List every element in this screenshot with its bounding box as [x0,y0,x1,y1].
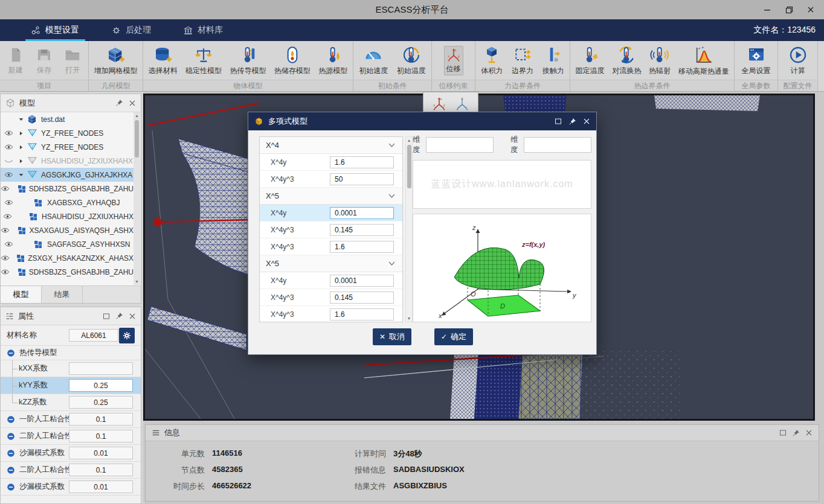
toolbar-button-热源模型[interactable]: 热源模型 [317,44,349,77]
property-value-input[interactable] [69,464,133,476]
nav-tab-材料库[interactable]: 材料库 [175,19,231,41]
collapse-icon[interactable] [7,483,15,491]
toolbar-button-对流换热[interactable]: 对流换热 [610,44,643,77]
toolbar-button-初始温度[interactable]: 初始温度 [395,44,428,77]
axis-triad-blue-icon[interactable] [454,96,470,112]
collapse-icon[interactable] [7,432,15,441]
tree-item-YZ_FREE_NODES[interactable]: YZ_FREE_NODES [1,126,134,140]
visibility-open-icon[interactable] [1,254,10,263]
tree-item-test.dat[interactable]: test.dat [1,112,134,126]
term-value-input[interactable] [330,173,394,185]
visibility-open-icon[interactable] [4,129,13,138]
minimize-button[interactable] [756,0,778,19]
close-icon[interactable] [805,429,813,436]
toolbar-button-边界力[interactable]: 边界力 [510,44,535,77]
term-group-header-X^5[interactable]: X^5 [260,188,402,205]
toolbar-button-选择材料[interactable]: 选择材料 [147,44,179,77]
property-row-一阶人工粘合性[interactable]: 一阶人工粘合性 [1,411,141,428]
tree-item-SAGFASGZ_ASYHHXSN[interactable]: SAGFASGZ_ASYHHXSN [1,237,134,251]
property-row-kZZ系数[interactable]: kZZ系数 [1,394,141,411]
pin-icon[interactable] [115,99,123,107]
pin-icon[interactable] [568,118,576,126]
term-row-X^4y^3[interactable]: X^4y^3 [260,238,402,255]
close-icon[interactable] [129,313,136,320]
axis-triad-red-icon[interactable]: zxy [431,96,447,112]
nav-tab-后处理[interactable]: 后处理 [103,19,159,41]
visibility-open-icon[interactable] [4,198,13,207]
toolbar-button-全局设置[interactable]: 全局设置 [740,44,773,77]
dim2-input[interactable] [524,137,591,153]
toolbar-button-接触力[interactable]: 接触力 [541,44,566,77]
visibility-closed-icon[interactable] [4,156,13,165]
property-value-input[interactable] [69,480,133,493]
tree-item-HSAUHDISU_JZXIUXHAHX[interactable]: HSAUHDISU_JZXIUXHAHX [1,209,134,223]
collapse-icon[interactable] [7,415,15,424]
property-value-input[interactable] [69,430,133,442]
restore-button[interactable] [778,0,800,19]
term-value-input[interactable] [330,241,394,253]
term-row-X^4y[interactable]: X^4y [260,272,402,289]
toolbar-button-热辐射[interactable]: 热辐射 [647,44,672,77]
property-value-input[interactable] [69,413,133,426]
toolbar-button-体积力[interactable]: 体积力 [479,44,504,77]
dim1-input[interactable] [426,137,494,153]
material-name-input[interactable] [69,329,118,342]
tree-item-SDHSBJZS_GHSABJHB_ZAHU[interactable]: SDHSBJZS_GHSABJHB_ZAHU [1,182,134,196]
close-button[interactable] [800,0,822,19]
nav-tab-模型设置[interactable]: 模型设置 [23,19,88,41]
toolbar-button-初始速度[interactable]: 初始速度 [357,44,390,77]
material-settings-button[interactable] [119,328,135,343]
term-row-X^4y^3[interactable]: X^4y^3 [260,289,402,306]
term-row-X^4y^3[interactable]: X^4y^3 [260,171,402,188]
tree-item-AGSGKJKG_GJHXAJKHXA[interactable]: AGSGKJKG_GJHXAJKHXA [1,168,134,182]
term-value-input[interactable] [330,224,394,236]
property-row-沙漏模式系数[interactable]: 沙漏模式系数 [1,479,141,496]
visibility-open-icon[interactable] [4,170,13,179]
expand-right-icon[interactable] [18,130,24,136]
visibility-open-icon[interactable] [1,267,10,276]
maximize-icon[interactable] [779,429,787,436]
toolbar-button-新建[interactable]: 新建 [5,45,27,77]
term-row-X^4y[interactable]: X^4y [260,154,402,171]
model-tree-scrollbar[interactable]: ▲ ▼ [134,112,140,285]
property-row-kYY系数[interactable]: kYY系数 [1,377,141,394]
toolbar-button-稳定性模型[interactable]: 稳定性模型 [184,44,224,77]
panel-tab-结果[interactable]: 结果 [42,286,83,303]
scrollbar-thumb[interactable] [407,145,411,188]
collapse-icon[interactable] [7,449,15,458]
term-value-input[interactable] [330,156,394,168]
visibility-open-icon[interactable] [1,226,10,235]
term-value-input[interactable] [330,308,394,321]
property-row-二阶人工粘合性[interactable]: 二阶人工粘合性 [1,428,141,445]
term-value-input[interactable] [330,292,394,304]
confirm-button[interactable]: ✓ 确定 [434,328,473,345]
term-row-X^4y^3[interactable]: X^4y^3 [260,306,402,322]
pin-icon[interactable] [115,312,123,320]
maximize-icon[interactable] [555,118,562,125]
cancel-button[interactable]: ✕ 取消 [373,328,411,345]
toolbar-button-位移[interactable]: zxy位移 [444,46,463,75]
tree-item-XAGBSXG_AYHAQBJ[interactable]: XAGBSXG_AYHAQBJ [1,196,134,209]
property-value-input[interactable] [69,379,133,392]
visibility-open-icon[interactable] [4,142,13,152]
close-icon[interactable] [129,100,136,107]
term-row-X^4y^3[interactable]: X^4y^3 [260,222,402,238]
tree-item-YZ_FREE_NODES[interactable]: YZ_FREE_NODES [1,140,134,154]
property-value-input[interactable] [69,396,133,409]
expand-down-icon[interactable] [18,116,24,123]
toolbar-button-打开[interactable]: 打开 [62,45,83,77]
visibility-open-icon[interactable] [1,184,10,193]
tree-item-ZSXGX_HSAKAZNZXK_AHASX[interactable]: ZSXGX_HSAKAZNZXK_AHASX [1,251,134,265]
close-icon[interactable] [583,118,590,125]
term-row-X^4y[interactable]: X^4y [260,205,402,222]
toolbar-button-热传导模型[interactable]: 热传导模型 [228,44,268,77]
collapse-icon[interactable] [7,466,15,474]
expand-right-icon[interactable] [18,144,24,150]
dialog-list-scrollbar[interactable]: ▲ ▼ [405,136,413,322]
toolbar-button-增加网格模型[interactable]: 增加网格模型 [92,44,140,77]
property-row-二阶人工粘合性[interactable]: 二阶人工粘合性 [1,462,141,479]
collapse-icon[interactable] [7,349,15,357]
toolbar-button-移动高斯热通量[interactable]: 移动高斯热通量 [677,43,731,78]
visibility-open-icon[interactable] [3,212,12,221]
section-header-热传导模型[interactable]: 热传导模型 [1,346,141,360]
